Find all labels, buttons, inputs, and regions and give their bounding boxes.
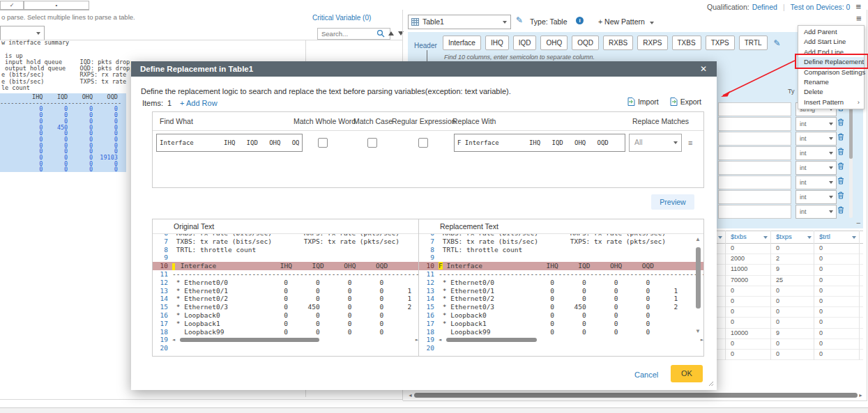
variable-value-input[interactable]: [718, 205, 791, 219]
scroll-down-icon[interactable]: ▼: [695, 328, 701, 334]
trash-icon[interactable]: [837, 206, 846, 216]
menu-item-add-start-line[interactable]: Add Start Line: [798, 37, 864, 47]
scroll-right-icon[interactable]: ►: [858, 391, 863, 399]
variable-value-input[interactable]: [718, 161, 791, 175]
clipped-column-chevron-icon[interactable]: [718, 236, 722, 239]
line-number: 7: [153, 237, 172, 246]
replace-matches-value: All: [634, 138, 643, 146]
variable-value-input[interactable]: [718, 132, 791, 146]
variable-type-select[interactable]: int: [795, 205, 837, 219]
trash-icon[interactable]: [837, 133, 846, 143]
variable-type-select[interactable]: int: [795, 146, 837, 160]
column-header-trtl[interactable]: $trtl: [819, 233, 830, 240]
regular-expression-checkbox[interactable]: [418, 138, 428, 148]
menu-item-delete[interactable]: Delete: [798, 87, 864, 97]
close-icon[interactable]: ✕: [700, 61, 707, 77]
column-chip-rxbs[interactable]: RXBS: [603, 36, 633, 50]
replacement-text-body[interactable]: 6 RXBS: rx rate (bits/sec) RXPS: rx rate…: [419, 234, 703, 355]
hscrollbar-thumb[interactable]: [414, 393, 858, 398]
column-chip-iqd[interactable]: IQD: [513, 36, 537, 50]
replacement-vscrollbar[interactable]: ▲ ▼: [695, 236, 701, 338]
variable-value-input[interactable]: [718, 176, 791, 189]
column-chip-interface[interactable]: Interface: [443, 36, 481, 50]
variable-value-input[interactable]: [718, 190, 791, 204]
trash-icon[interactable]: [837, 162, 846, 172]
chevron-down-icon[interactable]: [807, 236, 812, 239]
menu-item-rename[interactable]: Rename: [798, 77, 864, 87]
match-case-checkbox[interactable]: [367, 138, 377, 148]
replace-with-input[interactable]: [454, 134, 625, 152]
column-chip-txps[interactable]: TXPS: [706, 36, 735, 50]
original-text-body[interactable]: 6 RXBS: rx rate (bits/sec) RXPS: rx rate…: [153, 234, 418, 355]
test-on-devices-link[interactable]: Test on Devices: 0: [791, 3, 851, 11]
scroll-up-icon[interactable]: ▲: [695, 236, 701, 242]
column-chip-trtl[interactable]: TRTL: [739, 36, 768, 50]
resize-handle-icon[interactable]: [708, 380, 714, 388]
hamburger-icon[interactable]: ≡: [855, 1, 861, 12]
line-number: 20: [153, 344, 172, 352]
search-icon[interactable]: [376, 29, 385, 39]
line-content: * Ethernet0/2 0 0 0 0 1: [172, 295, 418, 303]
import-button[interactable]: Import: [627, 98, 659, 106]
column-chip-ihq[interactable]: IHQ: [485, 36, 509, 50]
match-whole-word-checkbox[interactable]: [318, 138, 328, 148]
hscrollbar-track[interactable]: [445, 337, 697, 343]
search-prev-icon[interactable]: [388, 31, 394, 36]
scroll-left-icon[interactable]: ◄: [408, 391, 413, 399]
right-panel-bottom-border: [403, 400, 867, 401]
variable-value-input[interactable]: [718, 102, 791, 116]
selected-lines-block[interactable]: IHQ IQD OHQ OQD ------------------------…: [0, 93, 126, 172]
collapse-icon[interactable]: −: [856, 219, 860, 227]
trash-icon[interactable]: [837, 177, 846, 187]
row-drag-handle[interactable]: ≡: [688, 139, 692, 147]
find-what-input[interactable]: [156, 134, 303, 152]
column-chip-ohq[interactable]: OHQ: [540, 36, 568, 50]
left-dropdown[interactable]: [0, 26, 45, 40]
cancel-button[interactable]: Cancel: [634, 371, 658, 379]
chevron-down-icon[interactable]: [763, 236, 768, 239]
variable-value-input[interactable]: [718, 117, 791, 131]
line-content: TXBS: tx rate (bits/sec) TXPS: tx rate (…: [439, 237, 703, 246]
export-button[interactable]: Export: [670, 98, 701, 106]
trash-icon[interactable]: [837, 148, 846, 157]
edit-columns-icon[interactable]: ✎: [774, 38, 781, 48]
new-pattern-button[interactable]: + New Pattern: [598, 17, 654, 26]
scroll-right-icon[interactable]: ►: [416, 336, 418, 344]
table-menu-icon[interactable]: ≡: [856, 13, 862, 24]
hscrollbar-track[interactable]: [178, 337, 412, 343]
table-select[interactable]: Table1: [408, 15, 511, 29]
info-icon[interactable]: i: [576, 17, 584, 24]
chevron-down-icon[interactable]: [852, 236, 856, 239]
right-panel-hscrollbar[interactable]: ◄ ►: [408, 391, 863, 399]
table-row: 1100090: [717, 264, 863, 275]
qualification-value-link[interactable]: Defined: [752, 3, 777, 11]
variable-type-select[interactable]: int: [795, 176, 837, 189]
column-header-txbs[interactable]: $txbs: [731, 233, 747, 240]
menu-item-insert-pattern[interactable]: Insert Pattern›: [798, 98, 864, 107]
menu-item-add-parent[interactable]: Add Parent: [798, 27, 864, 37]
table-row: 000: [717, 317, 863, 328]
hscrollbar-thumb[interactable]: [446, 338, 537, 342]
critical-variable-link[interactable]: Critical Variable (0): [312, 14, 371, 22]
trash-icon[interactable]: [837, 192, 846, 201]
column-chip-txbs[interactable]: TXBS: [672, 36, 701, 50]
vscrollbar-thumb[interactable]: [696, 247, 701, 309]
column-chip-oqd[interactable]: OQD: [572, 36, 599, 50]
hscrollbar-thumb[interactable]: [180, 338, 319, 342]
variable-type-select[interactable]: int: [795, 190, 837, 204]
dialog-title-bar[interactable]: Define Replacement in Table1 ✕: [131, 61, 717, 77]
variable-type-select[interactable]: int: [795, 161, 837, 175]
replace-matches-select[interactable]: All: [629, 134, 682, 152]
variable-value-input[interactable]: [718, 146, 791, 160]
column-chip-rxps[interactable]: RXPS: [637, 36, 667, 50]
variable-type-select[interactable]: int: [795, 117, 837, 131]
scroll-left-icon[interactable]: ◄: [439, 336, 441, 344]
edit-table-icon[interactable]: ✎: [516, 15, 523, 25]
add-row-button[interactable]: + Add Row: [180, 99, 218, 107]
scroll-left-icon[interactable]: ◄: [172, 336, 175, 344]
ok-button[interactable]: OK: [671, 365, 703, 382]
variable-type-select[interactable]: int: [795, 132, 837, 146]
preview-button[interactable]: Preview: [651, 194, 694, 210]
column-header-txps[interactable]: $txps: [776, 233, 792, 240]
trash-icon[interactable]: [837, 118, 846, 128]
